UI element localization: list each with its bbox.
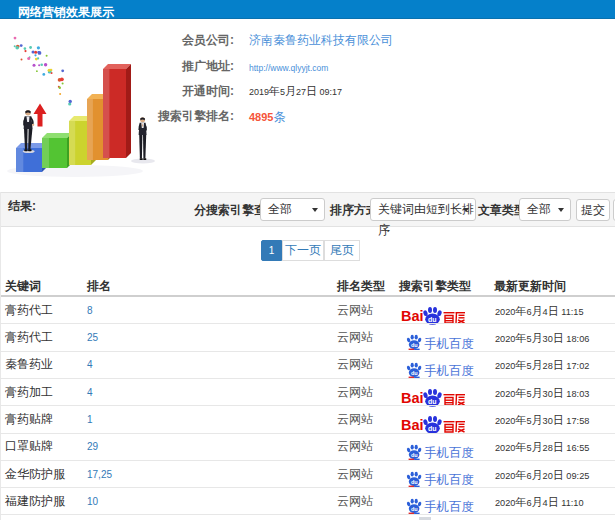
svg-text:Bai: Bai	[401, 417, 424, 433]
svg-text:du: du	[428, 316, 437, 323]
svg-text:du: du	[428, 398, 437, 405]
svg-text:du: du	[411, 506, 418, 512]
svg-text:du: du	[428, 425, 437, 432]
svg-text:Bai: Bai	[401, 389, 424, 405]
svg-text:Bai: Bai	[401, 307, 424, 323]
svg-text:du: du	[411, 342, 418, 348]
svg-text:du: du	[411, 451, 418, 457]
svg-text:du: du	[411, 478, 418, 484]
svg-text:du: du	[411, 369, 418, 375]
